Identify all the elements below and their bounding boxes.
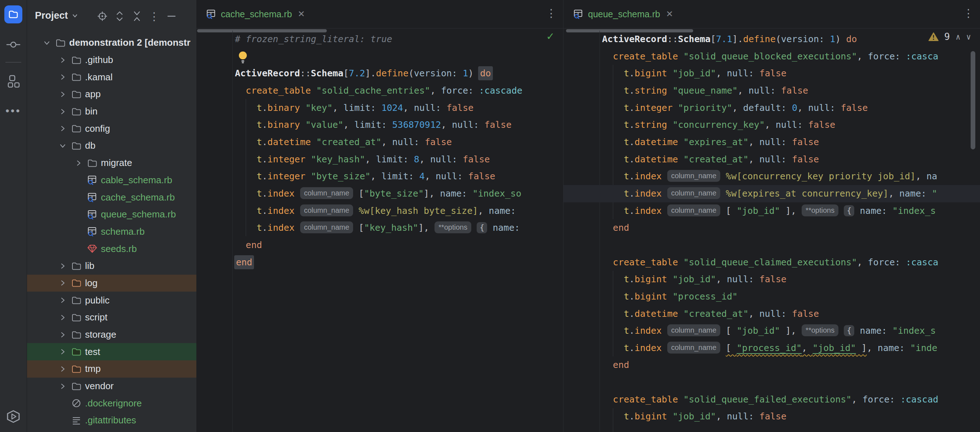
code-line-9[interactable]: t.index column_name %w[concurrency_key p… [563, 168, 980, 185]
expand-all-button[interactable] [113, 10, 126, 23]
code-line-22[interactable]: create_table "solid_queue_failed_executi… [563, 391, 980, 408]
chevron-icon[interactable] [55, 103, 71, 120]
tree-item-.dockerignore[interactable]: .dockerignore [27, 395, 196, 412]
structure-button[interactable] [0, 72, 27, 91]
tree-item-lib[interactable]: lib [27, 257, 196, 275]
tree-item-log[interactable]: log [27, 275, 196, 292]
code-line-18[interactable]: t.index column_name [ "job_id" ], **opti… [563, 322, 980, 340]
code-line-14[interactable]: end [196, 254, 563, 271]
code-line-11[interactable]: t.index column_name %w[key_hash byte_siz… [196, 202, 563, 219]
chevron-icon[interactable] [55, 343, 71, 361]
inlay-hint[interactable]: column_name [667, 324, 721, 336]
code-line-13[interactable] [563, 237, 980, 254]
inlay-hint[interactable]: column_name [667, 187, 721, 199]
tree-item-vendor[interactable]: vendor [27, 378, 196, 395]
services-button[interactable] [0, 406, 27, 427]
tree-item-config[interactable]: config [27, 120, 196, 137]
chevron-icon[interactable] [55, 292, 71, 309]
tree-item-demonstration-2-demonstr[interactable]: demonstration 2 [demonstr [27, 34, 196, 51]
tree-item-migrate[interactable]: migrate [27, 154, 196, 172]
tree-item-tmp[interactable]: tmp [27, 361, 196, 378]
project-tool-window-button[interactable] [0, 4, 27, 24]
tree-item-cable-schema.rb[interactable]: cable_schema.rb [27, 172, 196, 189]
code-line-2[interactable] [196, 48, 563, 65]
tab-cache-schema[interactable]: cache_schema.rb ✕ [196, 0, 313, 28]
tree-item-cache-schema.rb[interactable]: cache_schema.rb [27, 189, 196, 206]
editor-options-icon[interactable]: ⋮ [546, 8, 557, 19]
chevron-icon[interactable] [55, 378, 71, 395]
locate-file-button[interactable] [95, 10, 109, 23]
chevron-icon[interactable] [55, 120, 71, 137]
chevron-icon[interactable] [55, 326, 71, 343]
code-line-13[interactable]: end [196, 237, 563, 254]
collapse-all-button[interactable] [130, 10, 144, 23]
chevron-icon[interactable] [55, 257, 71, 275]
code-line-6[interactable]: t.string "concurrency_key", null: false [563, 116, 980, 133]
chevron-icon[interactable] [55, 309, 71, 326]
tab-queue-schema[interactable]: queue_schema.rb ✕ [563, 0, 681, 28]
code-line-21[interactable] [563, 374, 980, 391]
inlay-hint[interactable]: **options [802, 324, 838, 336]
chevron-icon[interactable] [71, 154, 87, 172]
tree-item-storage[interactable]: storage [27, 326, 196, 343]
code-line-17[interactable]: t.datetime "created_at", null: false [563, 305, 980, 322]
code-line-4[interactable]: t.string "queue_name", null: false [563, 82, 980, 99]
inlay-hint[interactable]: column_name [667, 205, 721, 216]
code-line-10[interactable]: t.index column_name ["byte_size"], name:… [196, 185, 563, 202]
inlay-hint[interactable]: column_name [300, 221, 353, 233]
code-area-cache-schema[interactable]: ✓ # frozen_string_literal: trueActiveRec… [196, 30, 563, 432]
project-selector[interactable]: Project [35, 10, 78, 21]
editor-options-icon[interactable]: ⋮ [963, 8, 974, 19]
tree-item-.kamal[interactable]: .kamal [27, 68, 196, 86]
tree-item-.gitattributes[interactable]: .gitattributes [27, 412, 196, 429]
code-line-4[interactable]: create_table "solid_cache_entries", forc… [196, 82, 563, 99]
code-line-3[interactable]: t.bigint "job_id", null: false [563, 65, 980, 82]
more-tool-windows-button[interactable]: ••• [0, 104, 27, 118]
tree-item-db[interactable]: db [27, 137, 196, 154]
tree-item-seeds.rb[interactable]: seeds.rb [27, 240, 196, 257]
tree-item-bin[interactable]: bin [27, 103, 196, 120]
close-tab-icon[interactable]: ✕ [296, 8, 306, 20]
code-line-5[interactable]: t.integer "priority", default: 0, null: … [563, 99, 980, 117]
code-line-14[interactable]: create_table "solid_queue_claimed_execut… [563, 254, 980, 271]
inlay-hint[interactable]: **options [802, 205, 838, 216]
chevron-icon[interactable] [55, 275, 71, 292]
code-line-2[interactable]: create_table "solid_queue_blocked_execut… [563, 48, 980, 65]
inlay-hint[interactable]: column_name [300, 205, 353, 216]
code-line-15[interactable]: t.bigint "job_id", null: false [563, 271, 980, 288]
chevron-icon[interactable] [39, 34, 55, 51]
hide-panel-button[interactable] [165, 10, 178, 23]
chevron-icon[interactable] [55, 137, 71, 154]
code-line-7[interactable]: t.datetime "created_at", null: false [196, 133, 563, 151]
chevron-icon[interactable] [55, 68, 71, 86]
inlay-hint[interactable]: column_name [300, 187, 353, 199]
code-line-3[interactable]: ActiveRecord::Schema[7.2].define(version… [196, 65, 563, 82]
tree-item-script[interactable]: script [27, 309, 196, 326]
code-line-16[interactable]: t.bigint "process_id" [563, 288, 980, 305]
code-line-11[interactable]: t.index column_name [ "job_id" ], **opti… [563, 202, 980, 219]
code-area-queue-schema[interactable]: 9 ∧ ∨ ActiveRecord::Schema[7.1].define(v… [563, 30, 980, 432]
code-line-10[interactable]: t.index column_name %w[expires_at concur… [563, 185, 980, 202]
code-line-1[interactable]: # frozen_string_literal: true [196, 30, 563, 48]
code-line-12[interactable]: end [563, 219, 980, 237]
code-line-20[interactable]: end [563, 356, 980, 374]
code-line-5[interactable]: t.binary "key", limit: 1024, null: false [196, 99, 563, 117]
tree-item-app[interactable]: app [27, 86, 196, 103]
code-line-6[interactable]: t.binary "value", limit: 536870912, null… [196, 116, 563, 133]
chevron-icon[interactable] [55, 86, 71, 103]
code-line-8[interactable]: t.datetime "created_at", null: false [563, 151, 980, 168]
code-line-23[interactable]: t.bigint "job_id", null: false [563, 408, 980, 425]
panel-options-button[interactable]: ⋮ [147, 10, 161, 23]
inlay-hint[interactable]: column_name [667, 170, 721, 182]
code-line-12[interactable]: t.index column_name ["key_hash"], **opti… [196, 219, 563, 237]
chevron-icon[interactable] [55, 51, 71, 69]
tree-item-public[interactable]: public [27, 292, 196, 309]
commit-button[interactable] [0, 36, 27, 53]
tree-item-schema.rb[interactable]: schema.rb [27, 223, 196, 240]
tree-item-queue-schema.rb[interactable]: queue_schema.rb [27, 206, 196, 223]
code-line-19[interactable]: t.index column_name [ "process_id", "job… [563, 340, 980, 357]
tree-item-.github[interactable]: .github [27, 51, 196, 69]
code-line-9[interactable]: t.integer "byte_size", limit: 4, null: f… [196, 168, 563, 185]
vertical-scrollbar-thumb[interactable] [970, 51, 975, 149]
code-line-1[interactable]: ActiveRecord::Schema[7.1].define(version… [563, 30, 980, 48]
